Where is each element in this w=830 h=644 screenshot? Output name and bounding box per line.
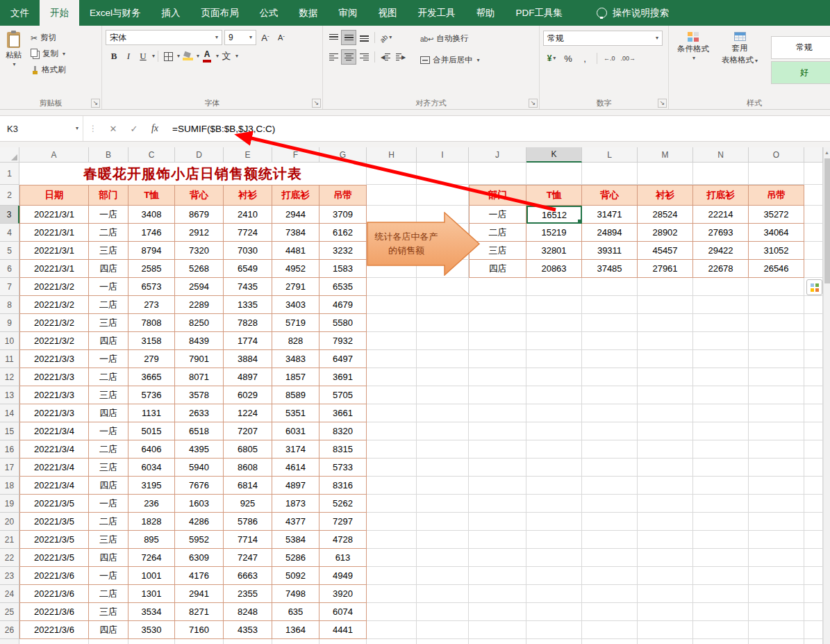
- cell-I2[interactable]: [417, 185, 469, 206]
- cell-C22[interactable]: 7264: [128, 549, 175, 567]
- cell-C7[interactable]: 6573: [128, 278, 175, 296]
- cell-O23[interactable]: [749, 567, 804, 585]
- ribbon-tab-页面布局[interactable]: 页面布局: [191, 0, 249, 26]
- cell-L20[interactable]: [582, 513, 638, 531]
- cell-D16[interactable]: 4395: [175, 440, 224, 459]
- ribbon-tab-Excel与财务[interactable]: Excel与财务: [79, 0, 151, 26]
- cell-M27[interactable]: [638, 639, 693, 644]
- main-table-header-G[interactable]: 吊带: [319, 185, 367, 206]
- row-header-12[interactable]: 12: [0, 368, 19, 386]
- cell-D10[interactable]: 8439: [175, 332, 224, 350]
- cell-L6[interactable]: 37485: [582, 260, 638, 278]
- cell-C19[interactable]: 236: [128, 495, 175, 513]
- cell-C21[interactable]: 895: [128, 531, 175, 549]
- cell-D27[interactable]: [175, 639, 224, 644]
- cell-extra-8[interactable]: [804, 296, 823, 314]
- cell-J25[interactable]: [469, 603, 526, 621]
- cell-E10[interactable]: 1774: [224, 332, 272, 350]
- cell-H25[interactable]: [367, 603, 417, 621]
- cell-C6[interactable]: 2585: [128, 260, 175, 278]
- select-all-button[interactable]: [0, 147, 19, 163]
- cell-E18[interactable]: 6814: [224, 477, 272, 495]
- cell-M4[interactable]: 28902: [638, 224, 693, 242]
- cell-G20[interactable]: 7297: [319, 513, 367, 531]
- cell-I22[interactable]: [417, 549, 469, 567]
- scrollbar-thumb[interactable]: [824, 158, 830, 283]
- cell-F25[interactable]: 635: [272, 603, 319, 621]
- vertical-scrollbar[interactable]: [823, 147, 830, 644]
- cell-M23[interactable]: [638, 567, 693, 585]
- cell-G17[interactable]: 5733: [319, 459, 367, 477]
- row-header-22[interactable]: 22: [0, 549, 19, 567]
- cell-M6[interactable]: 27961: [638, 260, 693, 278]
- ribbon-tab-开发工具[interactable]: 开发工具: [408, 0, 466, 26]
- cell-D18[interactable]: 7676: [175, 477, 224, 495]
- main-table-header-A[interactable]: 日期: [19, 185, 89, 206]
- cell-N20[interactable]: [693, 513, 749, 531]
- cell-O9[interactable]: [749, 314, 804, 332]
- decrease-font-button[interactable]: Aˇ: [274, 31, 288, 44]
- cell-N26[interactable]: [693, 621, 749, 639]
- cell-L16[interactable]: [582, 440, 638, 459]
- ribbon-tab-公式[interactable]: 公式: [249, 0, 289, 26]
- cell-G15[interactable]: 8320: [319, 422, 367, 440]
- cancel-button[interactable]: ✕: [103, 116, 124, 141]
- font-name-select[interactable]: 宋体: [106, 30, 222, 45]
- cell-O27[interactable]: [749, 639, 804, 644]
- row-header-7[interactable]: 7: [0, 278, 19, 296]
- cell-L24[interactable]: [582, 585, 638, 603]
- cell-N8[interactable]: [693, 296, 749, 314]
- increase-decimal-button[interactable]: [602, 51, 617, 65]
- cell-L3[interactable]: 31471: [582, 206, 638, 224]
- cell-O26[interactable]: [749, 621, 804, 639]
- borders-dropdown-icon[interactable]: [177, 53, 180, 59]
- cell-H27[interactable]: [367, 639, 417, 644]
- cell-M13[interactable]: [638, 386, 693, 404]
- cell-O17[interactable]: [749, 459, 804, 477]
- cell-E16[interactable]: 6805: [224, 440, 272, 459]
- cell-D11[interactable]: 7901: [175, 350, 224, 368]
- cell-N10[interactable]: [693, 332, 749, 350]
- formula-input[interactable]: =SUMIF($B:$B,$J3,C:C): [165, 116, 830, 141]
- cell-I9[interactable]: [417, 314, 469, 332]
- cell-I11[interactable]: [417, 350, 469, 368]
- cell-E23[interactable]: 6663: [224, 567, 272, 585]
- main-table-header-C[interactable]: T恤: [128, 185, 175, 206]
- cell-L5[interactable]: 39311: [582, 242, 638, 260]
- cell-D25[interactable]: 8271: [175, 603, 224, 621]
- cell-H23[interactable]: [367, 567, 417, 585]
- cell-A9[interactable]: 20221/3/2: [19, 314, 89, 332]
- cell-H24[interactable]: [367, 585, 417, 603]
- row-header-27[interactable]: [0, 639, 19, 644]
- row-header-21[interactable]: 21: [0, 531, 19, 549]
- cell-D20[interactable]: 4286: [175, 513, 224, 531]
- cell-G24[interactable]: 3920: [319, 585, 367, 603]
- phonetic-button[interactable]: 文: [219, 49, 233, 63]
- cell-H22[interactable]: [367, 549, 417, 567]
- cell-J21[interactable]: [469, 531, 526, 549]
- cell-E7[interactable]: 7435: [224, 278, 272, 296]
- cell-O14[interactable]: [749, 404, 804, 422]
- cell-M7[interactable]: [638, 278, 693, 296]
- cell-J22[interactable]: [469, 549, 526, 567]
- cell-L11[interactable]: [582, 350, 638, 368]
- cell-J16[interactable]: [469, 440, 526, 459]
- cell-D4[interactable]: 2912: [175, 224, 224, 242]
- row-header-11[interactable]: 11: [0, 350, 19, 368]
- cell-C20[interactable]: 1828: [128, 513, 175, 531]
- cell-C14[interactable]: 1131: [128, 404, 175, 422]
- cell-E4[interactable]: 7724: [224, 224, 272, 242]
- cell-F11[interactable]: 3483: [272, 350, 319, 368]
- summary-table-header-J[interactable]: 部门: [469, 185, 526, 206]
- cell-F7[interactable]: 2791: [272, 278, 319, 296]
- phonetic-dropdown-icon[interactable]: [235, 53, 238, 59]
- cell-L22[interactable]: [582, 549, 638, 567]
- paste-button[interactable]: 粘贴: [2, 28, 25, 69]
- cell-A3[interactable]: 20221/3/1: [19, 206, 89, 224]
- cell-I19[interactable]: [417, 495, 469, 513]
- cell-N18[interactable]: [693, 477, 749, 495]
- cell-A19[interactable]: 20221/3/5: [19, 495, 89, 513]
- cell-L14[interactable]: [582, 404, 638, 422]
- fill-color-button[interactable]: [181, 49, 194, 63]
- column-header-F[interactable]: F: [272, 147, 319, 163]
